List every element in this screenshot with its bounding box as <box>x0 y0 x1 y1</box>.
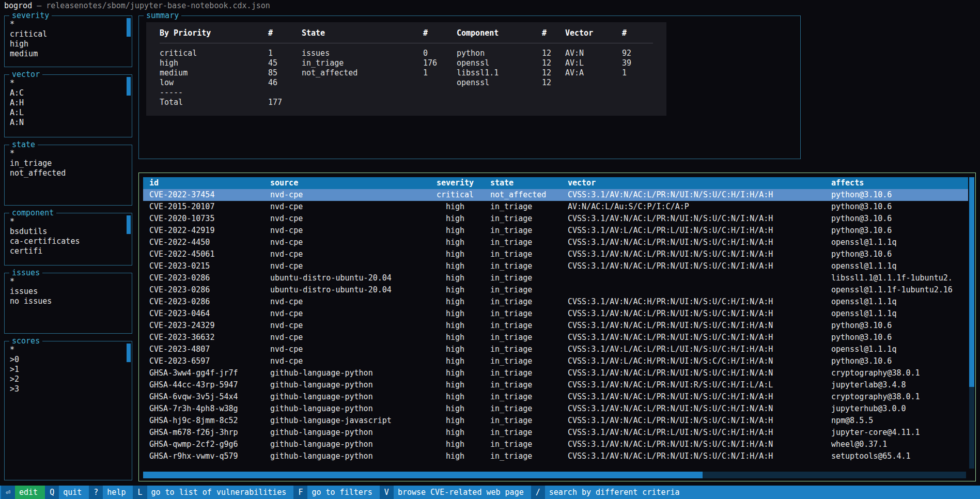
cell-state: in_triage <box>490 308 568 320</box>
table-row[interactable]: CVE-2023-0464nvd-cpehighin_triageCVSS:3.… <box>143 308 968 320</box>
table-row[interactable]: GHSA-7r3h-4ph8-w38ggithub-language-pytho… <box>143 403 968 415</box>
summary-cell: not_affected <box>302 68 423 78</box>
filter-option[interactable]: in_triage <box>10 159 126 168</box>
vuln-table-body: CVE-2022-37454nvd-cpecriticalnot_affecte… <box>143 189 968 462</box>
column-header-affects[interactable]: affects <box>831 177 968 189</box>
filter-option[interactable]: A:L <box>10 108 126 118</box>
cell-vector: CVSS:3.1/AV:N/AC:L/PR:N/UI:N/S:U/C:H/I:N… <box>568 403 831 415</box>
filter-option[interactable]: bsdutils <box>10 227 126 237</box>
filter-option[interactable]: A:C <box>10 88 126 98</box>
cell-state: in_triage <box>490 450 568 462</box>
shortcut-key[interactable]: L <box>133 486 147 499</box>
table-row[interactable]: CVE-2023-0215nvd-cpehighin_triageCVSS:3.… <box>143 260 968 272</box>
shortcut-label[interactable]: go to list of vulnerabilities <box>147 486 294 499</box>
footer-shortcut[interactable]: Qquit <box>45 486 89 499</box>
summary-cell: in_triage <box>302 58 423 68</box>
table-row-selected[interactable]: CVE-2022-37454nvd-cpecriticalnot_affecte… <box>143 189 968 201</box>
shortcut-label[interactable]: go to filters <box>307 486 379 499</box>
cell-severity: critical <box>433 189 490 201</box>
filter-option[interactable]: medium <box>10 49 126 59</box>
cell-affects: python@3.10.6 <box>831 213 968 225</box>
table-row[interactable]: CVE-2023-0286ubuntu-distro-ubuntu-20.04h… <box>143 284 968 296</box>
table-row[interactable]: GHSA-hj9c-8jmm-8c52github-language-javas… <box>143 415 968 427</box>
table-row[interactable]: CVE-2023-0286nvd-cpehighin_triageCVSS:3.… <box>143 296 968 308</box>
cell-affects: openssl@1.1.1q <box>831 308 968 320</box>
vertical-scrollbar[interactable] <box>969 177 974 469</box>
footer-shortcut[interactable]: Fgo to filters <box>293 486 379 499</box>
shortcut-label[interactable]: browse CVE-related web page <box>394 486 531 499</box>
filter-option[interactable]: issues <box>10 287 126 297</box>
column-header-id[interactable]: id <box>149 177 270 189</box>
filter-option[interactable]: ca-certificates <box>10 237 126 246</box>
panel-scrollbar-thumb[interactable] <box>127 215 131 234</box>
column-header-source[interactable]: source <box>270 177 433 189</box>
cell-affects: jupyter-core@4.11.1 <box>831 427 968 439</box>
panel-scrollbar-thumb[interactable] <box>127 344 131 362</box>
column-header-severity[interactable]: severity <box>433 177 490 189</box>
filter-option[interactable]: >0 <box>10 355 126 365</box>
shortcut-key[interactable]: / <box>531 486 545 499</box>
table-row[interactable]: CVE-2023-24329nvd-cpehighin_triageCVSS:3… <box>143 320 968 332</box>
filter-option[interactable]: >1 <box>10 365 126 375</box>
panel-scrollbar-thumb[interactable] <box>127 18 131 37</box>
horizontal-scrollbar[interactable] <box>143 472 966 478</box>
cell-vector: CVSS:3.1/AV:N/AC:L/PR:L/UI:N/S:U/C:H/I:H… <box>568 427 831 439</box>
summary-cell: 1 <box>268 49 302 58</box>
table-row[interactable]: GHSA-6vqw-3v5j-54x4github-language-pytho… <box>143 391 968 403</box>
shortcut-label[interactable]: quit <box>59 486 89 499</box>
horizontal-scrollbar-thumb[interactable] <box>143 472 703 478</box>
table-row[interactable]: CVE-2022-45061nvd-cpehighin_triageCVSS:3… <box>143 248 968 260</box>
filter-option[interactable]: high <box>10 39 126 49</box>
footer-shortcut[interactable]: ⏎edit <box>1 486 45 499</box>
table-row[interactable]: GHSA-3ww4-gg4f-jr7fgithub-language-pytho… <box>143 367 968 379</box>
filter-option[interactable]: not_affected <box>10 168 126 178</box>
column-header-state[interactable]: state <box>490 177 568 189</box>
column-header-vector[interactable]: vector <box>568 177 831 189</box>
table-row[interactable]: CVE-2023-4807nvd-cpehighin_triageCVSS:3.… <box>143 344 968 355</box>
filter-option[interactable]: * <box>10 20 126 29</box>
filter-option-list: *in_triagenot_affected <box>5 145 132 178</box>
shortcut-key[interactable]: Q <box>45 486 59 499</box>
cell-affects: openssl@1.1.1q <box>831 344 968 355</box>
table-row[interactable]: CVE-2022-42919nvd-cpehighin_triageCVSS:3… <box>143 225 968 237</box>
filter-option[interactable]: >3 <box>10 384 126 394</box>
vertical-scrollbar-thumb[interactable] <box>969 177 974 387</box>
filter-option[interactable]: no issues <box>10 297 126 306</box>
shortcut-label[interactable]: edit <box>15 486 45 499</box>
cell-source: nvd-cpe <box>270 320 433 332</box>
table-row[interactable]: CVE-2020-10735nvd-cpehighin_triageCVSS:3… <box>143 213 968 225</box>
footer-shortcut[interactable]: ?help <box>89 486 133 499</box>
table-row[interactable]: GHSA-m678-f26j-3hrpgithub-language-pytho… <box>143 427 968 439</box>
filter-option[interactable]: * <box>10 217 126 227</box>
filter-option[interactable]: * <box>10 277 126 287</box>
table-row[interactable]: CVE-2023-0286ubuntu-distro-ubuntu-20.04h… <box>143 272 968 284</box>
shortcut-key[interactable]: F <box>293 486 307 499</box>
table-row[interactable]: CVE-2015-20107nvd-cpehighin_triageAV:N/A… <box>143 201 968 213</box>
table-row[interactable]: CVE-2022-4450nvd-cpehighin_triageCVSS:3.… <box>143 237 968 248</box>
cell-state: in_triage <box>490 344 568 355</box>
footer-shortcut[interactable]: Vbrowse CVE-related web page <box>380 486 531 499</box>
summary-cell: AV:A <box>565 68 622 78</box>
panel-scrollbar-thumb[interactable] <box>127 77 131 96</box>
shortcut-label[interactable]: help <box>103 486 133 499</box>
filter-option[interactable]: * <box>10 149 126 159</box>
table-row[interactable]: CVE-2023-36632nvd-cpehighin_triageCVSS:3… <box>143 332 968 344</box>
filter-option[interactable]: A:N <box>10 118 126 128</box>
filter-option[interactable]: A:H <box>10 98 126 108</box>
shortcut-key[interactable]: ⏎ <box>1 486 15 499</box>
filter-option[interactable]: >2 <box>10 375 126 384</box>
cell-state: in_triage <box>490 367 568 379</box>
footer-shortcut[interactable]: Lgo to list of vulnerabilities <box>133 486 293 499</box>
filter-option[interactable]: * <box>10 345 126 355</box>
footer-shortcut[interactable]: /search by different criteria <box>531 486 687 499</box>
table-row[interactable]: GHSA-qwmp-2cf2-g9g6github-language-pytho… <box>143 439 968 450</box>
filter-option[interactable]: * <box>10 79 126 88</box>
filter-option[interactable]: certifi <box>10 246 126 256</box>
table-row[interactable]: CVE-2023-6597nvd-cpehighin_triageCVSS:3.… <box>143 355 968 367</box>
table-row[interactable]: GHSA-r9hx-vwmv-q579github-language-pytho… <box>143 450 968 462</box>
shortcut-label[interactable]: search by different criteria <box>545 486 687 499</box>
shortcut-key[interactable]: V <box>380 486 394 499</box>
shortcut-key[interactable]: ? <box>89 486 103 499</box>
table-row[interactable]: GHSA-44cc-43rp-5947github-language-pytho… <box>143 379 968 391</box>
filter-option[interactable]: critical <box>10 29 126 39</box>
